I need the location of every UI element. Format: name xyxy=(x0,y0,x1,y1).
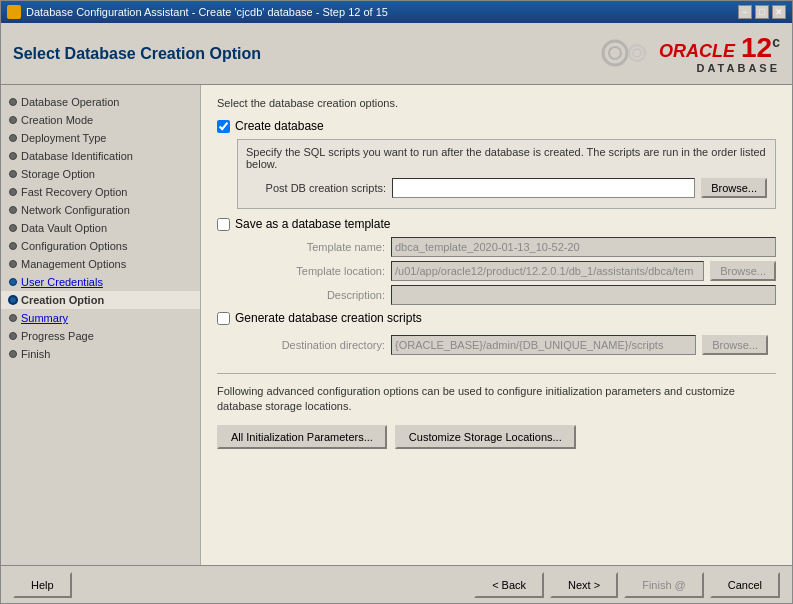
create-database-block: Specify the SQL scripts you want to run … xyxy=(237,139,776,209)
sidebar-item-database-identification: Database Identification xyxy=(1,147,200,165)
section-description: Select the database creation options. xyxy=(217,97,776,109)
browse-destination-button: Browse... xyxy=(702,335,768,355)
svg-point-3 xyxy=(633,49,641,57)
minimize-button[interactable]: − xyxy=(738,5,752,19)
maximize-button[interactable]: □ xyxy=(755,5,769,19)
sidebar-dot xyxy=(9,170,17,178)
sidebar-item-creation-mode: Creation Mode xyxy=(1,111,200,129)
browse-template-button: Browse... xyxy=(710,261,776,281)
app-icon xyxy=(7,5,21,19)
save-template-row: Save as a database template xyxy=(217,217,776,231)
post-db-input[interactable] xyxy=(392,178,695,198)
content-area: Database Operation Creation Mode Deploym… xyxy=(1,85,792,565)
finish-button[interactable]: Finish @ xyxy=(624,572,704,598)
template-fields-block: Template name: Template location: Browse… xyxy=(237,237,776,305)
main-content: Select the database creation options. Cr… xyxy=(201,85,792,565)
destination-dir-input xyxy=(391,335,696,355)
gear-icon xyxy=(595,31,655,76)
sidebar-dot xyxy=(9,296,17,304)
advanced-text: Following advanced configuration options… xyxy=(217,384,776,415)
sidebar-item-creation-option: Creation Option xyxy=(1,291,200,309)
sidebar-item-storage-option: Storage Option xyxy=(1,165,200,183)
footer-left: Help xyxy=(13,572,72,598)
sidebar-dot xyxy=(9,350,17,358)
sidebar-dot xyxy=(9,224,17,232)
sidebar-dot xyxy=(9,278,17,286)
sidebar-dot xyxy=(9,134,17,142)
sidebar-dot xyxy=(9,260,17,268)
close-button[interactable]: ✕ xyxy=(772,5,786,19)
main-window: Database Configuration Assistant - Creat… xyxy=(0,0,793,604)
description-label: Description: xyxy=(245,289,385,301)
sidebar-dot xyxy=(9,314,17,322)
back-button[interactable]: < Back xyxy=(474,572,544,598)
template-name-row: Template name: xyxy=(245,237,776,257)
sidebar-item-management-options: Management Options xyxy=(1,255,200,273)
template-name-label: Template name: xyxy=(245,241,385,253)
svg-point-0 xyxy=(603,41,627,65)
sidebar: Database Operation Creation Mode Deploym… xyxy=(1,85,201,565)
generate-scripts-label[interactable]: Generate database creation scripts xyxy=(235,311,422,325)
create-database-label[interactable]: Create database xyxy=(235,119,324,133)
sidebar-dot xyxy=(9,98,17,106)
sidebar-item-user-credentials[interactable]: User Credentials xyxy=(1,273,200,291)
svg-point-2 xyxy=(629,45,645,61)
oracle-branding: ORACLE 12c DATABASE xyxy=(659,34,780,74)
post-db-row: Post DB creation scripts: Browse... xyxy=(246,178,767,198)
create-database-row: Create database xyxy=(217,119,776,133)
footer: Help < Back Next > Finish @ Cancel xyxy=(1,565,792,603)
destination-dir-label: Destination directory: xyxy=(245,339,385,351)
sidebar-dot xyxy=(9,188,17,196)
sidebar-item-finish: Finish xyxy=(1,345,200,363)
post-db-label: Post DB creation scripts: xyxy=(246,182,386,194)
description-input xyxy=(391,285,776,305)
scripts-description: Specify the SQL scripts you want to run … xyxy=(246,146,767,170)
all-init-params-button[interactable]: All Initialization Parameters... xyxy=(217,425,387,449)
sidebar-item-configuration-options: Configuration Options xyxy=(1,237,200,255)
help-button[interactable]: Help xyxy=(13,572,72,598)
sidebar-item-fast-recovery-option: Fast Recovery Option xyxy=(1,183,200,201)
header: Select Database Creation Option ORACLE 1… xyxy=(1,23,792,85)
template-location-label: Template location: xyxy=(245,265,385,277)
generate-scripts-row: Generate database creation scripts xyxy=(217,311,776,325)
template-name-input xyxy=(391,237,776,257)
sidebar-dot xyxy=(9,206,17,214)
oracle-brand-text: ORACLE xyxy=(659,41,735,62)
sidebar-item-summary[interactable]: Summary xyxy=(1,309,200,327)
sidebar-item-database-operation: Database Operation xyxy=(1,93,200,111)
sidebar-item-deployment-type: Deployment Type xyxy=(1,129,200,147)
oracle-product-text: DATABASE xyxy=(697,62,780,74)
action-buttons: All Initialization Parameters... Customi… xyxy=(217,425,776,449)
window-title: Database Configuration Assistant - Creat… xyxy=(26,6,738,18)
save-template-label[interactable]: Save as a database template xyxy=(235,217,390,231)
page-title: Select Database Creation Option xyxy=(13,45,261,63)
oracle-logo: ORACLE 12c DATABASE xyxy=(595,31,780,76)
browse-post-db-button[interactable]: Browse... xyxy=(701,178,767,198)
footer-right: < Back Next > Finish @ Cancel xyxy=(474,572,780,598)
sidebar-dot xyxy=(9,152,17,160)
window-controls: − □ ✕ xyxy=(738,5,786,19)
sidebar-item-data-vault-option: Data Vault Option xyxy=(1,219,200,237)
sidebar-item-progress-page: Progress Page xyxy=(1,327,200,345)
sidebar-dot xyxy=(9,242,17,250)
destination-dir-row: Destination directory: Browse... xyxy=(245,335,768,355)
generate-scripts-checkbox[interactable] xyxy=(217,312,230,325)
next-button[interactable]: Next > xyxy=(550,572,618,598)
sidebar-dot xyxy=(9,116,17,124)
sidebar-dot xyxy=(9,332,17,340)
description-row: Description: xyxy=(245,285,776,305)
oracle-version-text: 12c xyxy=(741,34,780,62)
template-location-input xyxy=(391,261,704,281)
create-database-checkbox[interactable] xyxy=(217,120,230,133)
template-location-row: Template location: Browse... xyxy=(245,261,776,281)
svg-point-1 xyxy=(609,47,621,59)
cancel-button[interactable]: Cancel xyxy=(710,572,780,598)
sidebar-item-network-configuration: Network Configuration xyxy=(1,201,200,219)
customize-storage-button[interactable]: Customize Storage Locations... xyxy=(395,425,576,449)
divider xyxy=(217,373,776,374)
destination-dir-block: Destination directory: Browse... xyxy=(237,331,776,363)
title-bar: Database Configuration Assistant - Creat… xyxy=(1,1,792,23)
save-template-checkbox[interactable] xyxy=(217,218,230,231)
